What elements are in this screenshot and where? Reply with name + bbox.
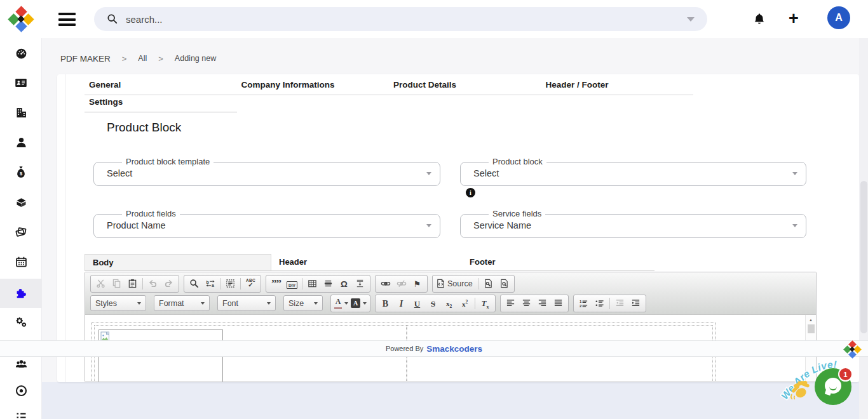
link-button[interactable] xyxy=(377,276,393,291)
tab-general[interactable]: General xyxy=(85,78,237,95)
chevron-down-icon xyxy=(792,172,797,175)
bulleted-list-button[interactable] xyxy=(592,296,607,311)
div-container-button[interactable]: DIV xyxy=(284,276,300,291)
indent-button[interactable] xyxy=(628,296,644,311)
redo-icon xyxy=(164,279,173,288)
bulleted-list-icon xyxy=(595,298,604,308)
table-button[interactable] xyxy=(304,276,320,291)
sidebar-item-contacts[interactable] xyxy=(0,128,42,157)
editor-tab-footer[interactable]: Footer xyxy=(462,254,654,270)
target-icon xyxy=(15,384,28,397)
page-scrollbar[interactable] xyxy=(859,38,868,419)
styles-dropdown[interactable]: Styles xyxy=(90,295,146,311)
editor-tab-header[interactable]: Header xyxy=(271,254,462,270)
strikethrough-button[interactable]: S xyxy=(425,296,441,311)
users-group-icon xyxy=(14,357,29,371)
page-break-button[interactable] xyxy=(352,276,368,291)
align-center-button[interactable] xyxy=(519,296,534,311)
breadcrumb-item-pdf-maker[interactable]: PDF MAKER xyxy=(60,54,111,63)
scroll-up-icon[interactable]: ▲ xyxy=(806,315,816,322)
add-new-icon[interactable]: + xyxy=(789,8,799,29)
sidebar-item-products-box[interactable] xyxy=(0,187,42,216)
select-product-fields[interactable]: Product fields Product Name xyxy=(93,214,440,238)
copy-button xyxy=(109,276,125,291)
superscript-button[interactable]: x2 xyxy=(457,296,473,311)
italic-button[interactable]: I xyxy=(393,296,409,311)
field-value: Product Name xyxy=(107,220,166,230)
chevron-down-icon xyxy=(426,172,431,175)
preview-button[interactable] xyxy=(496,276,512,291)
powered-by-text: Powered By xyxy=(386,345,423,352)
sidebar-item-checklist[interactable] xyxy=(0,402,42,419)
spellcheck-button[interactable]: ABC✓ xyxy=(243,276,259,291)
breadcrumb-item-adding-new[interactable]: Adding new xyxy=(175,54,216,63)
tab-product-details[interactable]: Product Details xyxy=(389,78,541,95)
special-char-button[interactable]: Ω xyxy=(336,276,352,291)
sidebar-item-money-bag[interactable]: $ xyxy=(0,157,42,187)
strikethrough-icon: S xyxy=(431,298,435,309)
cut-button xyxy=(93,276,109,291)
source-button[interactable]: Source xyxy=(435,276,476,291)
dropdown-label: Styles xyxy=(95,299,117,308)
remove-format-button[interactable]: Tx xyxy=(477,296,493,311)
blockquote-button[interactable]: ”” xyxy=(268,276,284,291)
editor-tab-body[interactable]: Body xyxy=(85,254,271,270)
toolbar-group: baABC✓ xyxy=(184,275,261,293)
sidebar-item-dashboard[interactable] xyxy=(0,39,42,68)
sidebar-item-building[interactable] xyxy=(0,98,42,127)
breadcrumb-item-all[interactable]: All xyxy=(138,54,147,63)
table-icon xyxy=(308,279,317,288)
preview-icon xyxy=(499,279,509,288)
anchor-button[interactable]: ⚑ xyxy=(409,276,425,291)
avatar[interactable]: A xyxy=(827,6,850,29)
calendar-icon xyxy=(15,255,28,269)
search-dropdown-caret[interactable] xyxy=(687,17,695,22)
editor-scrollbar-thumb[interactable] xyxy=(808,324,815,333)
sidebar-item-target[interactable] xyxy=(0,376,42,405)
horizontal-rule-button[interactable] xyxy=(320,276,336,291)
find-button[interactable] xyxy=(186,276,202,291)
paste-button[interactable] xyxy=(125,276,140,291)
align-right-button[interactable] xyxy=(534,296,550,311)
subscript-button[interactable]: x2 xyxy=(441,296,457,311)
align-left-button[interactable] xyxy=(503,296,519,311)
toolbar-group: BIUSx2x2Tx xyxy=(375,295,496,312)
tab-header-footer[interactable]: Header / Footer xyxy=(541,78,694,95)
templates-button[interactable] xyxy=(480,276,496,291)
underline-button[interactable]: U xyxy=(409,296,425,311)
brand-link[interactable]: Smackcoders xyxy=(426,344,482,354)
page-scrollbar-thumb[interactable] xyxy=(860,181,867,333)
toolbar-separator xyxy=(220,278,220,289)
info-icon[interactable]: i xyxy=(466,188,475,197)
tab-company-informations[interactable]: Company Informations xyxy=(237,78,390,95)
justify-button[interactable] xyxy=(550,296,566,311)
hamburger-menu-icon[interactable] xyxy=(58,13,76,26)
checklist-icon xyxy=(15,411,28,419)
select-product-block-template[interactable]: Product block template Select xyxy=(93,162,440,186)
redo-button xyxy=(161,276,177,291)
editor-tabs: BodyHeaderFooter xyxy=(85,254,654,271)
search-input[interactable] xyxy=(126,14,682,25)
spellcheck-icon: ABC✓ xyxy=(246,279,255,289)
select-service-fields[interactable]: Service fields Service Name xyxy=(460,214,806,238)
select-product-block[interactable]: Product block Select xyxy=(460,162,806,186)
size-dropdown[interactable]: Size xyxy=(283,295,323,311)
tab-settings[interactable]: Settings xyxy=(85,95,237,112)
replace-button[interactable]: ba xyxy=(202,276,218,291)
toolbar-group xyxy=(500,295,569,312)
select-all-button[interactable] xyxy=(222,276,238,291)
format-dropdown[interactable]: Format xyxy=(154,295,210,311)
sidebar-item-id-card[interactable] xyxy=(0,68,42,97)
font-dropdown[interactable]: Font xyxy=(217,295,276,311)
toolbar-separator xyxy=(609,298,610,309)
sidebar-item-pdf-maker-puzzle[interactable] xyxy=(0,279,42,308)
sidebar-item-tickets[interactable] xyxy=(0,217,42,246)
background-color-button[interactable]: A xyxy=(349,296,368,311)
chat-bubble-icon xyxy=(825,378,841,394)
text-color-button[interactable]: A xyxy=(333,296,349,311)
sidebar-item-calendar[interactable] xyxy=(0,247,42,276)
notifications-bell-icon[interactable] xyxy=(752,11,766,27)
bold-button[interactable]: B xyxy=(377,296,393,311)
sidebar-item-settings-gears[interactable] xyxy=(0,307,42,336)
numbered-list-button[interactable]: 12 xyxy=(576,296,592,311)
